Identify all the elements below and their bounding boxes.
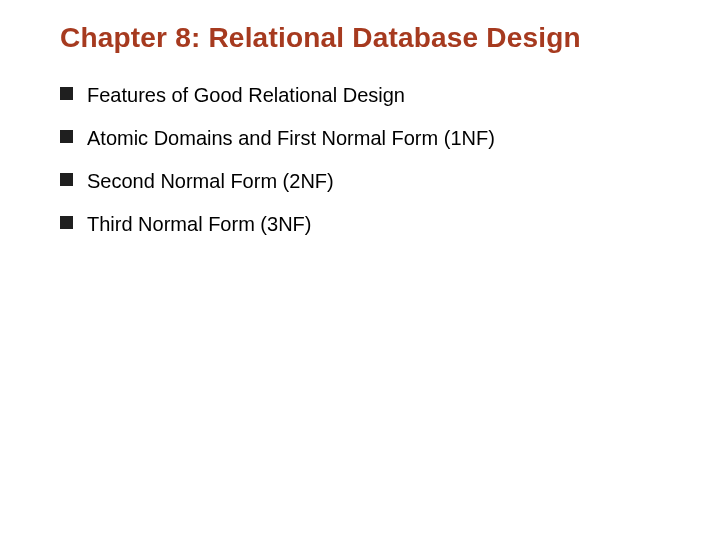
list-item-label: Features of Good Relational Design (87, 82, 405, 109)
list-item: Atomic Domains and First Normal Form (1N… (60, 125, 672, 152)
list-item-label: Second Normal Form (2NF) (87, 168, 334, 195)
slide: Chapter 8: Relational Database Design Fe… (0, 0, 720, 540)
square-bullet-icon (60, 216, 73, 229)
list-item-label: Third Normal Form (3NF) (87, 211, 311, 238)
list-item: Features of Good Relational Design (60, 82, 672, 109)
square-bullet-icon (60, 130, 73, 143)
list-item: Second Normal Form (2NF) (60, 168, 672, 195)
list-item-label: Atomic Domains and First Normal Form (1N… (87, 125, 495, 152)
slide-title: Chapter 8: Relational Database Design (60, 22, 672, 54)
bullet-list: Features of Good Relational Design Atomi… (60, 82, 672, 238)
list-item: Third Normal Form (3NF) (60, 211, 672, 238)
square-bullet-icon (60, 173, 73, 186)
square-bullet-icon (60, 87, 73, 100)
